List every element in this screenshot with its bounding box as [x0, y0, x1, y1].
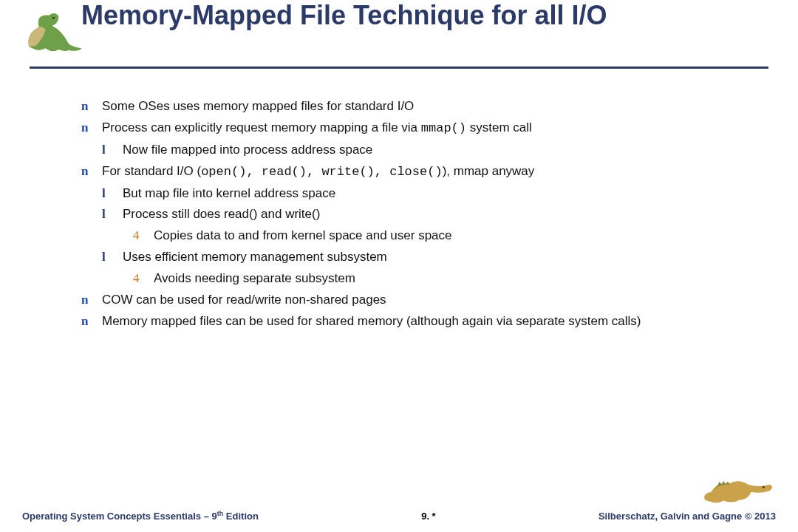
text-part: ), mmap anyway: [443, 164, 535, 178]
bullet-marker: l: [102, 140, 123, 161]
footer-edition: Edition: [223, 511, 259, 522]
bullet-text: But map file into kernel address space: [123, 183, 754, 205]
bullet-marker: n: [81, 117, 102, 139]
code-text: mmap(): [421, 121, 466, 135]
slide-title: Memory-Mapped File Technique for all I/O: [0, 0, 798, 31]
bullet-text: Memory mapped files can be used for shar…: [102, 311, 754, 332]
bullet-text: Process still does read() and write(): [123, 204, 754, 225]
bullet-level3: 4 Avoids needing separate subsystem: [133, 268, 754, 290]
dinosaur-illustration-top: [22, 7, 89, 56]
bullet-level3: 4 Copies data to and from kernel space a…: [133, 225, 754, 247]
bullet-level2: l Now file mapped into process address s…: [102, 140, 754, 161]
svg-point-0: [52, 17, 55, 19]
bullet-marker: l: [102, 183, 123, 205]
slide: Memory-Mapped File Technique for all I/O…: [0, 0, 798, 532]
bullet-marker: 4: [133, 225, 154, 247]
text-part: Process can explicitly request memory ma…: [102, 120, 421, 134]
footer-page-number: 9. *: [259, 511, 598, 522]
bullet-text: Uses efficient memory management subsyst…: [123, 247, 754, 268]
bullet-marker: n: [81, 161, 102, 183]
bullet-marker: n: [81, 290, 102, 311]
slide-footer: Operating System Concepts Essentials – 9…: [0, 510, 798, 522]
bullet-text: Avoids needing separate subsystem: [154, 268, 754, 290]
bullet-text: For standard I/O (open(), read(), write(…: [102, 161, 754, 183]
slide-body: n Some OSes uses memory mapped files for…: [81, 96, 754, 332]
bullet-text: Process can explicitly request memory ma…: [102, 117, 754, 140]
bullet-level1: n For standard I/O (open(), read(), writ…: [81, 161, 754, 183]
bullet-text: COW can be used for read/write non-share…: [102, 290, 754, 311]
footer-left: Operating System Concepts Essentials – 9…: [22, 510, 259, 522]
bullet-level1: n Some OSes uses memory mapped files for…: [81, 96, 754, 117]
bullet-marker: l: [102, 247, 123, 268]
text-part: For standard I/O (: [102, 164, 201, 178]
svg-point-1: [763, 486, 765, 488]
bullet-marker: n: [81, 311, 102, 332]
bullet-text: Copies data to and from kernel space and…: [154, 225, 754, 247]
bullet-level1: n COW can be used for read/write non-sha…: [81, 290, 754, 311]
dinosaur-illustration-bottom: [702, 466, 776, 510]
footer-copyright: Silberschatz, Galvin and Gagne © 2013: [598, 511, 776, 522]
bullet-level1: n Memory mapped files can be used for sh…: [81, 311, 754, 332]
bullet-level2: l But map file into kernel address space: [102, 183, 754, 205]
bullet-marker: 4: [133, 268, 154, 290]
bullet-text: Now file mapped into process address spa…: [123, 140, 754, 161]
title-underline: [30, 66, 768, 69]
bullet-level2: l Uses efficient memory management subsy…: [102, 247, 754, 268]
bullet-level2: l Process still does read() and write(): [102, 204, 754, 225]
bullet-marker: n: [81, 96, 102, 117]
bullet-text: Some OSes uses memory mapped files for s…: [102, 96, 754, 117]
code-text: open(), read(), write(), close(): [201, 165, 442, 179]
bullet-marker: l: [102, 204, 123, 225]
footer-book-title: Operating System Concepts Essentials – 9: [22, 511, 217, 522]
text-part: system call: [466, 120, 532, 134]
bullet-level1: n Process can explicitly request memory …: [81, 117, 754, 140]
footer-ordinal: th: [217, 510, 224, 517]
